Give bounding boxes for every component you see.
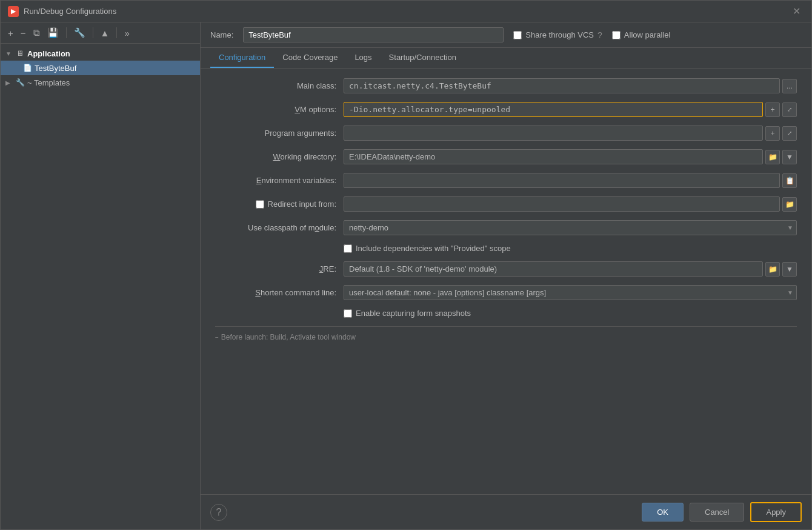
tree-arrow-application: ▼ [5,50,13,57]
redirect-label: Redirect input from: [268,200,336,209]
shorten-cmd-field: user-local default: none - java [options… [344,285,797,300]
include-deps-row: Include dependencies with "Provided" sco… [215,244,797,253]
tab-startup-connection[interactable]: Startup/Connection [381,48,465,68]
before-launch-section: − Before launch: Build, Activate tool wi… [215,326,797,341]
name-input[interactable] [243,27,504,42]
testbytebuf-label: TestByteBuf [35,64,76,73]
tab-logs[interactable]: Logs [346,48,380,68]
main-class-browse-button[interactable]: ... [782,79,797,93]
classpath-dropdown-wrap: netty-demo ▼ [344,220,797,235]
tree-arrow-templates: ▶ [5,79,13,86]
templates-label: ~ Templates [27,78,70,87]
shorten-cmd-dropdown-wrap: user-local default: none - java [options… [344,285,797,300]
testbytebuf-icon: 📄 [22,63,32,73]
vm-options-add-button[interactable]: + [765,102,780,117]
tab-configuration[interactable]: Configuration [210,48,274,68]
jre-field: 📁 ▼ [344,261,797,277]
apply-button[interactable]: Apply [750,502,802,522]
program-args-expand-button[interactable]: ⤢ [782,126,797,141]
working-dir-browse-button[interactable]: 📁 [765,150,780,164]
more-button[interactable]: » [122,27,131,39]
close-button[interactable]: ✕ [789,4,804,18]
vm-options-field: + ⤢ [344,102,797,117]
jre-input[interactable] [344,261,763,277]
templates-icon: 🔧 [15,78,25,87]
form-snapshots-row: Enable capturing form snapshots [215,309,797,318]
tabs-bar: Configuration Code Coverage Logs Startup… [201,48,811,69]
redirect-browse-button[interactable]: 📁 [782,197,797,212]
classpath-row: Use classpath of module: netty-demo ▼ [215,220,797,235]
env-vars-row: Environment variables: 📋 [215,173,797,188]
collapse-arrow[interactable]: − [215,334,219,341]
vm-options-input[interactable] [344,102,763,117]
redirect-checkbox[interactable] [256,200,264,209]
classpath-field: netty-demo ▼ [344,220,797,235]
sidebar-item-templates[interactable]: ▶ 🔧 ~ Templates [1,75,200,90]
share-vcs-checkbox[interactable] [513,31,522,39]
main-class-field: ... [344,78,797,93]
application-icon: 🖥 [15,49,25,58]
working-dir-row: Working directory: 📁 ▼ [215,149,797,164]
right-panel: Name: Share through VCS ? Allow parallel… [201,22,811,529]
application-label: Application [27,49,70,58]
main-class-input[interactable] [344,78,780,93]
main-class-row: Main class: ... [215,78,797,93]
cancel-button[interactable]: Cancel [690,503,744,522]
help-icon[interactable]: ? [597,30,602,40]
classpath-select[interactable]: netty-demo [344,220,797,235]
sidebar: + − ⧉ 💾 🔧 ▲ » ▼ 🖥 Application [1,22,201,529]
dialog-title: Run/Debug Configurations [24,7,784,16]
classpath-label: Use classpath of module: [215,223,336,232]
sidebar-item-testbytebuf[interactable]: 📄 TestByteBuf [1,61,200,75]
dialog: ▶ Run/Debug Configurations ✕ + − ⧉ 💾 🔧 ▲… [0,0,812,530]
save-button[interactable]: 💾 [45,26,61,39]
form-snapshots-label: Enable capturing form snapshots [356,309,471,318]
main-content: + − ⧉ 💾 🔧 ▲ » ▼ 🖥 Application [1,22,811,529]
app-icon: ▶ [8,6,19,17]
vm-options-expand-button[interactable]: ⤢ [782,102,797,117]
title-bar: ▶ Run/Debug Configurations ✕ [1,1,811,22]
program-args-add-button[interactable]: + [765,126,780,141]
vm-options-label: VM options: [215,105,336,114]
form-snapshots-wrap: Enable capturing form snapshots [344,309,471,318]
jre-browse-button[interactable]: 📁 [765,262,780,277]
before-launch-text: Before launch: Build, Activate tool wind… [221,333,356,341]
env-vars-label: Environment variables: [215,176,336,185]
share-vcs-label: Share through VCS [525,30,594,39]
program-args-field: + ⤢ [344,126,797,141]
program-args-label: Program arguments: [215,129,336,138]
config-panel: Main class: ... VM options: + ⤢ [201,69,811,494]
redirect-field: 📁 [344,196,797,212]
allow-parallel-wrap: Allow parallel [612,30,671,39]
sidebar-tree: ▼ 🖥 Application 📄 TestByteBuf ▶ 🔧 ~ Temp… [1,44,200,529]
include-deps-checkbox[interactable] [344,244,352,253]
working-dir-dropdown-button[interactable]: ▼ [782,150,797,164]
wrench-button[interactable]: 🔧 [72,26,88,39]
env-vars-field: 📋 [344,173,797,188]
jre-dropdown-button[interactable]: ▼ [782,262,797,277]
tab-code-coverage[interactable]: Code Coverage [274,48,346,68]
add-button[interactable]: + [5,27,16,39]
env-vars-input[interactable] [344,173,780,188]
form-snapshots-checkbox[interactable] [344,309,352,318]
sidebar-toolbar: + − ⧉ 💾 🔧 ▲ » [1,22,200,44]
redirect-row: Redirect input from: 📁 [215,196,797,212]
copy-button[interactable]: ⧉ [31,26,42,39]
shorten-cmd-select[interactable]: user-local default: none - java [options… [344,285,797,300]
ok-button[interactable]: OK [642,503,684,522]
working-dir-input[interactable] [344,149,763,164]
help-button[interactable]: ? [210,504,227,521]
separator2 [93,27,93,38]
sidebar-item-application[interactable]: ▼ 🖥 Application [1,46,200,61]
vm-options-row: VM options: + ⤢ [215,102,797,117]
shorten-cmd-label: Shorten command line: [215,288,336,297]
allow-parallel-checkbox[interactable] [612,31,621,39]
env-vars-browse-button[interactable]: 📋 [782,173,797,188]
jre-row: JRE: 📁 ▼ [215,261,797,277]
allow-parallel-label: Allow parallel [624,30,671,39]
up-button[interactable]: ▲ [98,27,112,39]
remove-button[interactable]: − [18,27,28,39]
program-args-input[interactable] [344,126,763,141]
program-args-row: Program arguments: + ⤢ [215,126,797,141]
redirect-input[interactable] [344,196,780,212]
